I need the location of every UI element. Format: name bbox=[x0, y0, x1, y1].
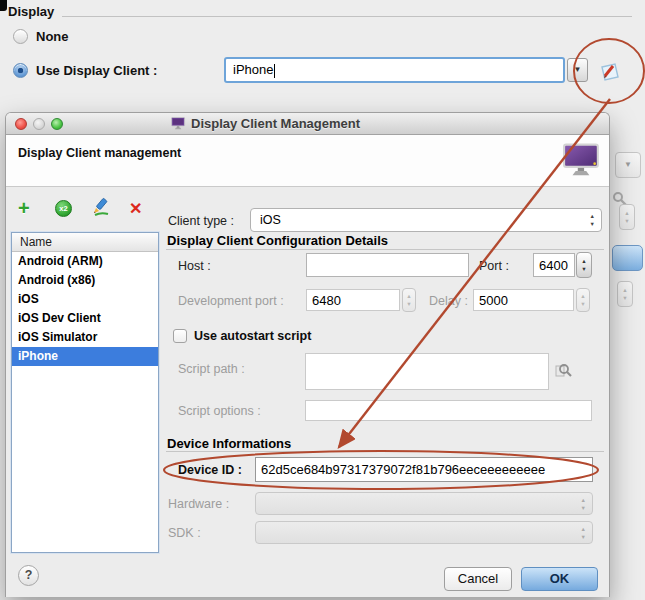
hardware-label: Hardware : bbox=[168, 497, 229, 511]
text-caret bbox=[274, 64, 275, 78]
add-client-button[interactable]: + bbox=[18, 197, 30, 220]
help-button[interactable]: ? bbox=[18, 565, 39, 586]
stepper-down-icon: ▼ bbox=[581, 265, 586, 273]
client-type-label: Client type : bbox=[168, 214, 234, 228]
sdk-popup[interactable]: ▲▼ bbox=[255, 521, 593, 544]
stepper-down-icon: ▼ bbox=[580, 300, 585, 308]
port-label: Port : bbox=[479, 259, 509, 273]
cancel-button[interactable]: Cancel bbox=[444, 567, 512, 591]
question-mark-icon: ? bbox=[25, 568, 33, 582]
dialog-header-band: Display Client management bbox=[6, 135, 609, 187]
script-path-label: Script path : bbox=[178, 362, 245, 376]
host-input[interactable] bbox=[306, 253, 469, 277]
use-autostart-checkbox[interactable] bbox=[173, 329, 187, 343]
display-group-separator bbox=[62, 16, 632, 17]
radio-none[interactable] bbox=[13, 29, 28, 44]
monitor-icon bbox=[563, 143, 601, 178]
display-group-title: Display bbox=[8, 4, 54, 19]
radio-use-display-client-label: Use Display Client : bbox=[36, 63, 157, 78]
client-list-header[interactable]: Name bbox=[12, 233, 158, 252]
use-autostart-label: Use autostart script bbox=[194, 329, 311, 343]
display-client-combo-dropdown-button[interactable]: ▼ bbox=[567, 58, 588, 82]
edit-client-icon[interactable] bbox=[597, 59, 622, 84]
device-section-title: Device Informations bbox=[167, 436, 291, 451]
monitor-icon bbox=[171, 117, 186, 130]
ok-button[interactable]: OK bbox=[521, 567, 598, 591]
config-section-title: Display Client Configuration Details bbox=[167, 233, 388, 248]
dev-port-label: Development port : bbox=[178, 294, 284, 308]
stepper-up-icon: ▲ bbox=[580, 292, 585, 300]
delay-label: Delay : bbox=[429, 294, 468, 308]
screen: Display None Use Display Client : iPhone… bbox=[0, 0, 645, 600]
plus-icon: + bbox=[18, 197, 30, 219]
script-options-input[interactable] bbox=[305, 400, 592, 421]
chevron-down-icon: ▼ bbox=[574, 65, 582, 74]
duplicate-client-button[interactable]: x2 bbox=[55, 200, 72, 217]
stepper-down-icon: ▼ bbox=[624, 217, 629, 225]
display-client-combo[interactable]: iPhone bbox=[224, 57, 565, 83]
dev-port-input[interactable] bbox=[306, 289, 400, 311]
list-item[interactable]: Android (x86) bbox=[12, 271, 158, 290]
device-id-label: Device ID : bbox=[178, 463, 242, 477]
stepper-down-icon: ▼ bbox=[406, 300, 411, 308]
screenshot-corner-artifact bbox=[0, 0, 7, 11]
zoom-window-button[interactable] bbox=[51, 118, 63, 130]
display-client-combo-value: iPhone bbox=[233, 62, 273, 77]
script-path-input[interactable] bbox=[305, 353, 549, 390]
config-section-separator bbox=[166, 249, 604, 250]
background-blue-button[interactable] bbox=[612, 245, 643, 271]
delay-stepper[interactable]: ▲ ▼ bbox=[576, 288, 590, 312]
radio-use-display-client[interactable] bbox=[13, 63, 28, 78]
stepper-down-icon: ▼ bbox=[581, 534, 586, 540]
list-item[interactable]: iOS Dev Client bbox=[12, 309, 158, 328]
stepper-down-icon: ▼ bbox=[581, 505, 586, 511]
delay-input[interactable] bbox=[473, 289, 574, 311]
script-options-label: Script options : bbox=[178, 404, 261, 418]
duplicate-x2-icon: x2 bbox=[59, 204, 67, 213]
stepper-up-icon: ▲ bbox=[581, 525, 586, 531]
background-stepper[interactable]: ▲ ▼ bbox=[619, 204, 635, 230]
background-stepper[interactable]: ▲ ▼ bbox=[617, 281, 633, 307]
dialog-header-title: Display Client management bbox=[18, 146, 181, 160]
window-title: Display Client Management bbox=[191, 116, 360, 131]
stepper-up-icon: ▲ bbox=[406, 292, 411, 300]
window-titlebar[interactable]: Display Client Management bbox=[6, 113, 609, 135]
radio-none-label: None bbox=[36, 29, 69, 44]
host-label: Host : bbox=[178, 259, 211, 273]
chevron-down-icon: ▼ bbox=[624, 160, 632, 169]
stepper-up-icon: ▲ bbox=[581, 257, 586, 265]
delete-x-icon: ✕ bbox=[129, 200, 142, 217]
minimize-window-button[interactable] bbox=[33, 118, 45, 130]
background-dropdown-button[interactable]: ▼ bbox=[615, 152, 641, 178]
stepper-up-icon: ▲ bbox=[624, 209, 629, 217]
list-item[interactable]: Android (ARM) bbox=[12, 252, 158, 271]
device-id-input[interactable] bbox=[255, 457, 593, 482]
browse-script-icon[interactable] bbox=[555, 362, 572, 379]
client-list: Name Android (ARM) Android (x86) iOS iOS… bbox=[11, 232, 159, 553]
stepper-down-icon: ▼ bbox=[622, 294, 627, 302]
port-stepper[interactable]: ▲ ▼ bbox=[576, 252, 592, 278]
sdk-label: SDK : bbox=[168, 526, 201, 540]
stepper-up-icon: ▲ bbox=[581, 496, 586, 502]
list-item-selected[interactable]: iPhone bbox=[12, 347, 158, 366]
close-window-button[interactable] bbox=[15, 118, 27, 130]
stepper-up-icon: ▲ bbox=[590, 213, 595, 219]
list-item[interactable]: iOS Simulator bbox=[12, 328, 158, 347]
stepper-down-icon: ▼ bbox=[590, 221, 595, 227]
edit-client-button[interactable] bbox=[91, 197, 110, 216]
client-type-value: iOS bbox=[260, 213, 281, 227]
display-client-management-window: Display Client Management Display Client… bbox=[5, 112, 610, 597]
port-input[interactable] bbox=[533, 253, 575, 277]
stepper-up-icon: ▲ bbox=[622, 286, 627, 294]
device-section-separator bbox=[166, 451, 604, 452]
delete-client-button[interactable]: ✕ bbox=[129, 199, 142, 218]
list-item[interactable]: iOS bbox=[12, 290, 158, 309]
hardware-popup[interactable]: ▲▼ bbox=[255, 492, 593, 515]
client-type-popup[interactable]: iOS ▲▼ bbox=[250, 208, 602, 232]
dev-port-stepper[interactable]: ▲ ▼ bbox=[402, 288, 416, 312]
